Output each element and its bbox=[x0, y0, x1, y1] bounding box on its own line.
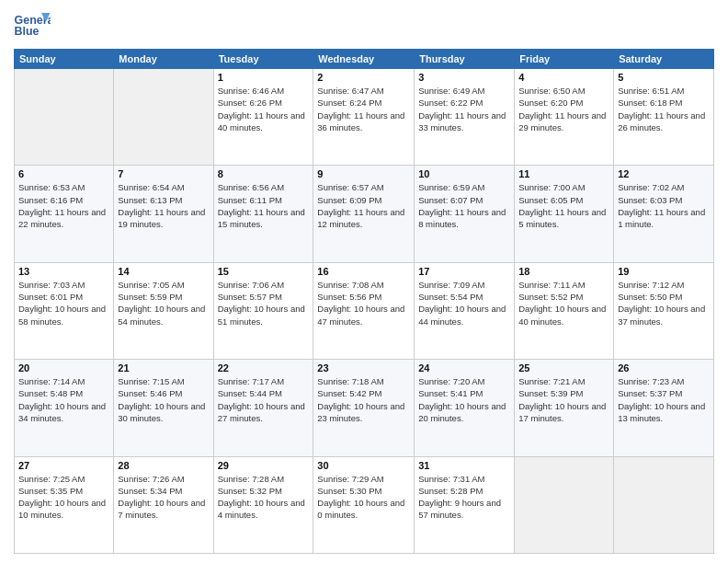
calendar-cell: 31Sunrise: 7:31 AM Sunset: 5:28 PM Dayli… bbox=[415, 456, 515, 553]
day-number: 11 bbox=[518, 168, 609, 179]
calendar-week-row: 13Sunrise: 7:03 AM Sunset: 6:01 PM Dayli… bbox=[15, 262, 714, 359]
day-number: 9 bbox=[317, 168, 410, 179]
day-number: 27 bbox=[18, 460, 109, 471]
calendar-cell: 27Sunrise: 7:25 AM Sunset: 5:35 PM Dayli… bbox=[15, 456, 114, 553]
calendar-cell: 13Sunrise: 7:03 AM Sunset: 6:01 PM Dayli… bbox=[15, 262, 114, 359]
day-info: Sunrise: 6:49 AM Sunset: 6:22 PM Dayligh… bbox=[418, 85, 510, 133]
calendar-cell: 9Sunrise: 6:57 AM Sunset: 6:09 PM Daylig… bbox=[313, 166, 415, 262]
day-info: Sunrise: 7:28 AM Sunset: 5:32 PM Dayligh… bbox=[218, 473, 310, 522]
day-number: 19 bbox=[618, 266, 710, 277]
calendar-table: SundayMondayTuesdayWednesdayThursdayFrid… bbox=[14, 49, 714, 554]
calendar-cell: 26Sunrise: 7:23 AM Sunset: 5:37 PM Dayli… bbox=[614, 360, 714, 456]
day-number: 12 bbox=[618, 168, 710, 179]
calendar-cell: 18Sunrise: 7:11 AM Sunset: 5:52 PM Dayli… bbox=[515, 262, 614, 359]
day-number: 6 bbox=[18, 168, 109, 179]
day-info: Sunrise: 7:23 AM Sunset: 5:37 PM Dayligh… bbox=[618, 375, 710, 424]
day-number: 25 bbox=[518, 362, 609, 373]
day-info: Sunrise: 7:12 AM Sunset: 5:50 PM Dayligh… bbox=[618, 279, 710, 327]
calendar-cell: 1Sunrise: 6:46 AM Sunset: 6:26 PM Daylig… bbox=[213, 69, 313, 166]
day-info: Sunrise: 7:05 AM Sunset: 5:59 PM Dayligh… bbox=[118, 279, 209, 327]
day-number: 30 bbox=[317, 460, 410, 471]
svg-text:Blue: Blue bbox=[15, 25, 40, 38]
calendar-header-thursday: Thursday bbox=[415, 50, 515, 69]
day-info: Sunrise: 6:59 AM Sunset: 6:07 PM Dayligh… bbox=[418, 181, 510, 230]
day-number: 13 bbox=[18, 266, 109, 277]
day-info: Sunrise: 7:14 AM Sunset: 5:48 PM Dayligh… bbox=[18, 375, 109, 424]
day-info: Sunrise: 7:03 AM Sunset: 6:01 PM Dayligh… bbox=[18, 279, 109, 327]
calendar-cell: 4Sunrise: 6:50 AM Sunset: 6:20 PM Daylig… bbox=[515, 69, 614, 166]
calendar-header-monday: Monday bbox=[114, 50, 213, 69]
day-number: 8 bbox=[218, 168, 310, 179]
calendar-cell: 16Sunrise: 7:08 AM Sunset: 5:56 PM Dayli… bbox=[313, 262, 415, 359]
calendar-cell: 28Sunrise: 7:26 AM Sunset: 5:34 PM Dayli… bbox=[114, 456, 213, 553]
calendar-cell: 7Sunrise: 6:54 AM Sunset: 6:13 PM Daylig… bbox=[114, 166, 213, 262]
calendar-cell: 20Sunrise: 7:14 AM Sunset: 5:48 PM Dayli… bbox=[15, 360, 114, 456]
day-number: 31 bbox=[418, 460, 510, 471]
day-number: 16 bbox=[317, 266, 410, 277]
day-number: 10 bbox=[418, 168, 510, 179]
day-number: 1 bbox=[218, 72, 310, 83]
calendar-week-row: 1Sunrise: 6:46 AM Sunset: 6:26 PM Daylig… bbox=[15, 69, 714, 166]
calendar-cell: 21Sunrise: 7:15 AM Sunset: 5:46 PM Dayli… bbox=[114, 360, 213, 456]
day-number: 22 bbox=[218, 362, 310, 373]
calendar-week-row: 20Sunrise: 7:14 AM Sunset: 5:48 PM Dayli… bbox=[15, 360, 714, 456]
day-info: Sunrise: 6:53 AM Sunset: 6:16 PM Dayligh… bbox=[18, 181, 109, 230]
calendar-week-row: 27Sunrise: 7:25 AM Sunset: 5:35 PM Dayli… bbox=[15, 456, 714, 553]
calendar-cell: 22Sunrise: 7:17 AM Sunset: 5:44 PM Dayli… bbox=[213, 360, 313, 456]
day-info: Sunrise: 7:11 AM Sunset: 5:52 PM Dayligh… bbox=[518, 279, 609, 327]
day-number: 15 bbox=[218, 266, 310, 277]
day-info: Sunrise: 7:17 AM Sunset: 5:44 PM Dayligh… bbox=[218, 375, 310, 424]
day-info: Sunrise: 6:50 AM Sunset: 6:20 PM Dayligh… bbox=[518, 85, 609, 133]
calendar-cell: 14Sunrise: 7:05 AM Sunset: 5:59 PM Dayli… bbox=[114, 262, 213, 359]
calendar-cell bbox=[114, 69, 213, 166]
day-info: Sunrise: 7:09 AM Sunset: 5:54 PM Dayligh… bbox=[418, 279, 510, 327]
calendar-header-tuesday: Tuesday bbox=[213, 50, 313, 69]
day-number: 18 bbox=[518, 266, 609, 277]
day-info: Sunrise: 6:54 AM Sunset: 6:13 PM Dayligh… bbox=[118, 181, 209, 230]
calendar-header-row: SundayMondayTuesdayWednesdayThursdayFrid… bbox=[15, 50, 714, 69]
calendar-cell: 10Sunrise: 6:59 AM Sunset: 6:07 PM Dayli… bbox=[415, 166, 515, 262]
day-number: 5 bbox=[618, 72, 710, 83]
day-info: Sunrise: 6:46 AM Sunset: 6:26 PM Dayligh… bbox=[218, 85, 310, 133]
calendar-week-row: 6Sunrise: 6:53 AM Sunset: 6:16 PM Daylig… bbox=[15, 166, 714, 262]
day-number: 29 bbox=[218, 460, 310, 471]
day-number: 4 bbox=[518, 72, 609, 83]
day-info: Sunrise: 7:08 AM Sunset: 5:56 PM Dayligh… bbox=[317, 279, 410, 327]
day-number: 21 bbox=[118, 362, 209, 373]
day-number: 17 bbox=[418, 266, 510, 277]
day-info: Sunrise: 7:29 AM Sunset: 5:30 PM Dayligh… bbox=[317, 473, 410, 522]
calendar-cell bbox=[15, 69, 114, 166]
calendar-cell: 15Sunrise: 7:06 AM Sunset: 5:57 PM Dayli… bbox=[213, 262, 313, 359]
day-info: Sunrise: 7:26 AM Sunset: 5:34 PM Dayligh… bbox=[118, 473, 209, 522]
calendar-cell: 19Sunrise: 7:12 AM Sunset: 5:50 PM Dayli… bbox=[614, 262, 714, 359]
calendar-cell: 24Sunrise: 7:20 AM Sunset: 5:41 PM Dayli… bbox=[415, 360, 515, 456]
calendar-cell: 11Sunrise: 7:00 AM Sunset: 6:05 PM Dayli… bbox=[515, 166, 614, 262]
calendar-page: General Blue SundayMondayTuesdayWednesda… bbox=[0, 0, 728, 563]
day-info: Sunrise: 7:25 AM Sunset: 5:35 PM Dayligh… bbox=[18, 473, 109, 522]
day-number: 2 bbox=[317, 72, 410, 83]
logo-icon: General Blue bbox=[14, 9, 51, 41]
calendar-cell: 29Sunrise: 7:28 AM Sunset: 5:32 PM Dayli… bbox=[213, 456, 313, 553]
day-info: Sunrise: 7:18 AM Sunset: 5:42 PM Dayligh… bbox=[317, 375, 410, 424]
day-info: Sunrise: 6:47 AM Sunset: 6:24 PM Dayligh… bbox=[317, 85, 410, 133]
calendar-cell: 17Sunrise: 7:09 AM Sunset: 5:54 PM Dayli… bbox=[415, 262, 515, 359]
day-number: 23 bbox=[317, 362, 410, 373]
calendar-cell bbox=[515, 456, 614, 553]
calendar-cell: 23Sunrise: 7:18 AM Sunset: 5:42 PM Dayli… bbox=[313, 360, 415, 456]
day-number: 24 bbox=[418, 362, 510, 373]
calendar-header-wednesday: Wednesday bbox=[313, 50, 415, 69]
calendar-cell: 3Sunrise: 6:49 AM Sunset: 6:22 PM Daylig… bbox=[415, 69, 515, 166]
day-number: 20 bbox=[18, 362, 109, 373]
day-info: Sunrise: 6:57 AM Sunset: 6:09 PM Dayligh… bbox=[317, 181, 410, 230]
day-number: 3 bbox=[418, 72, 510, 83]
calendar-cell: 5Sunrise: 6:51 AM Sunset: 6:18 PM Daylig… bbox=[614, 69, 714, 166]
day-number: 26 bbox=[618, 362, 710, 373]
calendar-header-sunday: Sunday bbox=[15, 50, 114, 69]
calendar-header-friday: Friday bbox=[515, 50, 614, 69]
calendar-cell: 25Sunrise: 7:21 AM Sunset: 5:39 PM Dayli… bbox=[515, 360, 614, 456]
day-info: Sunrise: 7:00 AM Sunset: 6:05 PM Dayligh… bbox=[518, 181, 609, 230]
logo: General Blue bbox=[14, 9, 54, 41]
day-info: Sunrise: 7:31 AM Sunset: 5:28 PM Dayligh… bbox=[418, 473, 510, 522]
day-info: Sunrise: 7:06 AM Sunset: 5:57 PM Dayligh… bbox=[218, 279, 310, 327]
calendar-cell: 2Sunrise: 6:47 AM Sunset: 6:24 PM Daylig… bbox=[313, 69, 415, 166]
